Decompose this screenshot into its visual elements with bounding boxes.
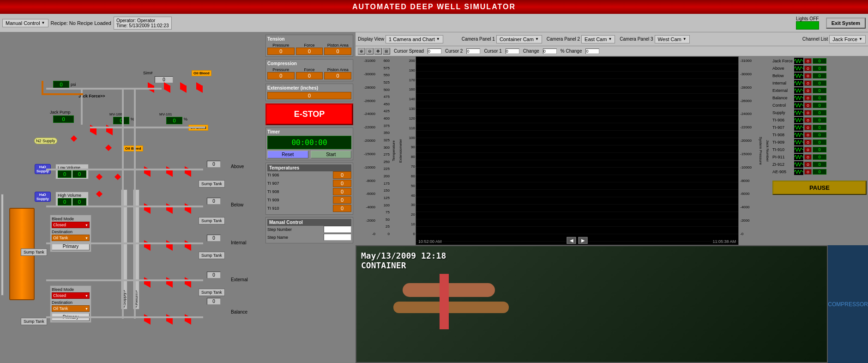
channel-wave-8[interactable]: [794, 117, 803, 123]
channel-wave-13[interactable]: [794, 154, 803, 160]
channel-on-0[interactable]: O: [804, 58, 812, 64]
camera-panel-2-group: Camera Panel 2 East Cam: [547, 35, 615, 43]
channel-wave-0[interactable]: [794, 58, 803, 64]
bleed-mode-1-dropdown[interactable]: Closed: [52, 222, 90, 228]
zoom-in-icon[interactable]: ⊕: [358, 48, 365, 54]
h2o-supply2: H₂OSupply: [35, 192, 51, 202]
channel-on-12[interactable]: O: [804, 147, 812, 152]
channel-on-2[interactable]: O: [804, 73, 812, 79]
channel-on-11[interactable]: O: [804, 139, 812, 145]
channel-on-10[interactable]: O: [804, 132, 812, 138]
channel-on-1[interactable]: O: [804, 66, 812, 71]
ti909-value: 0: [333, 196, 351, 204]
channel-wave-5[interactable]: [794, 95, 803, 101]
step-name-input[interactable]: [324, 234, 351, 241]
zoom-out-icon[interactable]: ⊖: [366, 48, 374, 54]
temp-axis-label: Temperature: [390, 56, 397, 245]
channel-wave-11[interactable]: [794, 139, 803, 145]
channel-name-3: Internal: [772, 81, 793, 85]
channel-item: TI-910 O 0: [772, 146, 867, 153]
channel-on-9[interactable]: O: [804, 125, 812, 130]
channel-on-7[interactable]: O: [804, 110, 812, 115]
channel-wave-4[interactable]: [794, 87, 803, 94]
tension-piston-col: Piston Area 0: [324, 43, 351, 55]
estop-button[interactable]: E-STOP: [265, 103, 353, 125]
channel-wave-9[interactable]: [794, 124, 803, 131]
channel-on-6[interactable]: O: [804, 103, 812, 108]
channel-wave-6[interactable]: [794, 102, 803, 109]
chart-x-end: 11:05:38 AM: [712, 239, 736, 244]
channel-item: Below O 0: [772, 73, 867, 79]
lights-off-toggle[interactable]: [796, 21, 819, 30]
channel-value-12: 0: [813, 147, 826, 152]
channel-name-0: Jack Force: [772, 59, 793, 63]
display-view-dropdown[interactable]: 1 Camera and Chart: [386, 35, 443, 43]
exit-system-button[interactable]: Exit System: [826, 18, 866, 29]
timer-reset-button[interactable]: Reset: [267, 151, 308, 158]
cursor-icon[interactable]: ⊞: [383, 48, 390, 54]
cursor-spread-label: Cursor Spread: [394, 48, 424, 54]
timer-header: Timer: [267, 129, 351, 134]
channel-on-3[interactable]: O: [804, 80, 812, 86]
pct-change-input[interactable]: [585, 48, 599, 54]
channel-value-3: 0: [813, 80, 826, 86]
sump-tank-4: Sump Tank: [199, 289, 225, 296]
channel-on-5[interactable]: O: [804, 95, 812, 101]
channel-wave-10[interactable]: [794, 132, 803, 138]
channel-wave-1[interactable]: [794, 65, 803, 72]
channel-item: External O 0: [772, 87, 867, 94]
bleed-mode-2-dropdown[interactable]: Closed: [52, 292, 90, 299]
pipe-h-3: [46, 169, 203, 170]
cursor1-label: Cursor 1: [484, 48, 501, 54]
camera-location: CONTAINER: [361, 260, 446, 270]
chart-x-start: 10:52:00 AM: [418, 239, 442, 244]
chart-nav-right[interactable]: ▶: [579, 237, 588, 244]
channel-on-13[interactable]: O: [804, 154, 812, 160]
internal-val: 0: [207, 235, 221, 242]
channel-on-14[interactable]: O: [804, 162, 812, 167]
tension-pressure-value: 0: [267, 48, 295, 55]
ti908-label: TI 908: [267, 189, 279, 194]
channel-wave-2[interactable]: [794, 73, 803, 79]
channel-name-7: Supply: [772, 110, 793, 115]
manual-control-dropdown[interactable]: Manual Control: [2, 19, 48, 27]
pan-icon[interactable]: ✥: [374, 48, 382, 54]
pipe-h-4: [46, 206, 203, 207]
camera-panel-2-dropdown[interactable]: East Cam: [581, 35, 615, 43]
camera-panel-1-dropdown[interactable]: Container Cam: [496, 35, 542, 43]
bleed-mode-2-label: Bleed Mode: [52, 287, 90, 292]
step-number-input[interactable]: [324, 226, 351, 233]
sim-label: Sim#: [143, 71, 153, 75]
channel-on-4[interactable]: O: [804, 88, 812, 93]
timer-start-button[interactable]: Start: [311, 151, 352, 158]
channel-wave-12[interactable]: [794, 146, 803, 153]
cam-pipe-v: [440, 274, 449, 329]
camera-panel-3-dropdown[interactable]: West Cam: [655, 35, 690, 43]
channel-wave-15[interactable]: [794, 169, 803, 175]
sump-tank-bottom-left: Sump Tank: [21, 248, 47, 256]
channel-name-2: Below: [772, 73, 793, 78]
cursor-spread-input[interactable]: [428, 48, 441, 54]
destination-1-dropdown[interactable]: Oil Tank: [52, 235, 90, 241]
chart-nav-left[interactable]: ◀: [567, 237, 576, 244]
ext-axis-label: Extensiometer: [397, 56, 404, 245]
channel-on-8[interactable]: O: [804, 117, 812, 123]
low-vol-val1: 0: [58, 170, 72, 178]
destination-2-dropdown[interactable]: Oil Tank: [52, 305, 90, 312]
pipe-h-6: [46, 279, 203, 281]
change-input[interactable]: [543, 48, 557, 54]
channel-wave-14[interactable]: [794, 161, 803, 168]
left-axis-temp: 6005755505255004754504254003753503253002…: [376, 56, 390, 245]
channel-wave-3[interactable]: [794, 80, 803, 86]
timer-buttons: Reset Start: [267, 151, 351, 158]
pause-button[interactable]: PAUSE: [772, 181, 867, 195]
system-pressure-axis-label: System Pressure: [757, 56, 764, 245]
cursor1-input[interactable]: [506, 48, 519, 54]
cursor2-input[interactable]: [466, 48, 480, 54]
channel-item: AE-905 O 0: [772, 169, 867, 175]
channel-list-dropdown[interactable]: Jack Force: [829, 35, 866, 43]
channel-on-15[interactable]: O: [804, 169, 812, 175]
channel-wave-7[interactable]: [794, 109, 803, 116]
balance-label: Balance: [231, 309, 247, 315]
camera-feed-bg: May/13/2009 12:18 CONTAINER: [356, 246, 827, 362]
